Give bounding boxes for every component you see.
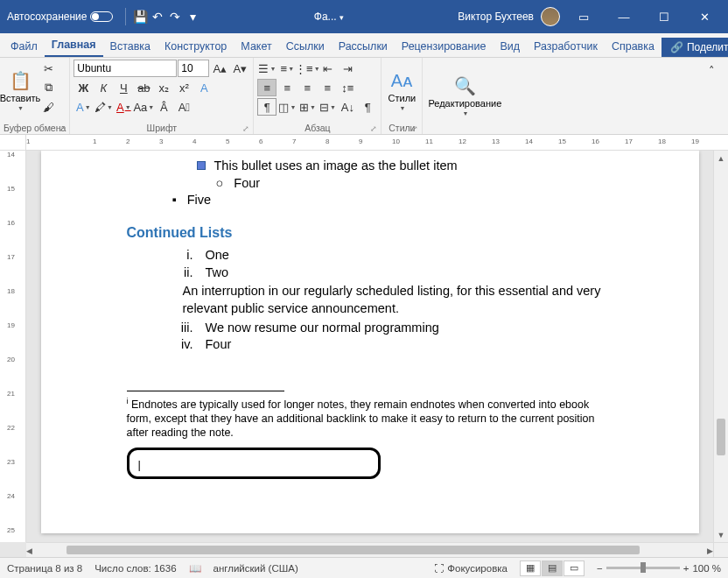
subscript-button[interactable]: x₂: [154, 79, 173, 96]
avatar[interactable]: [541, 7, 560, 26]
endnote-input[interactable]: |: [127, 448, 381, 479]
shading-icon[interactable]: ◫▼: [277, 98, 297, 116]
align-left-icon[interactable]: ≡: [257, 79, 276, 96]
launcher-icon[interactable]: ⤢: [242, 124, 249, 133]
char-scale-icon[interactable]: Â: [154, 98, 173, 116]
scroll-down-icon[interactable]: ▼: [714, 527, 728, 542]
sort-icon[interactable]: A↓: [338, 98, 357, 116]
grow-font-icon[interactable]: A▴: [210, 60, 229, 77]
tab-insert[interactable]: Вставка: [103, 36, 158, 57]
launcher-icon[interactable]: ⤢: [411, 124, 418, 133]
redo-icon[interactable]: ↷: [168, 10, 182, 24]
strike-button[interactable]: ab: [134, 79, 153, 96]
show-marks-icon[interactable]: ¶: [257, 98, 276, 116]
list-item: iii.We now resume our normal programming: [127, 320, 613, 337]
line-spacing-icon[interactable]: ↕≡: [338, 79, 357, 96]
status-page[interactable]: Страница 8 из 8: [7, 563, 82, 574]
undo-icon[interactable]: ↶: [150, 10, 164, 24]
align-right-icon[interactable]: ≡: [298, 79, 317, 96]
page[interactable]: This bullet uses an image as the bullet …: [41, 151, 699, 533]
share-button[interactable]: 🔗 Поделиться: [662, 38, 728, 57]
list-item: i.One: [127, 247, 613, 264]
tab-layout[interactable]: Макет: [234, 36, 278, 57]
scroll-right-icon[interactable]: ▶: [707, 543, 713, 558]
tab-developer[interactable]: Разработчик: [527, 36, 605, 57]
italic-button[interactable]: К: [94, 79, 113, 96]
borders-icon[interactable]: ⊞▼: [298, 98, 317, 116]
scrollbar-horizontal[interactable]: ◀ ▶: [26, 542, 713, 557]
tab-references[interactable]: Ссылки: [279, 36, 332, 57]
increase-indent-icon[interactable]: ⇥: [338, 60, 357, 77]
view-web-icon[interactable]: ▭: [564, 560, 584, 576]
justify-icon[interactable]: ≡: [318, 79, 337, 96]
paste-button[interactable]: 📋 Вставить ▼: [4, 60, 37, 122]
font-color-icon[interactable]: 🖍▼: [94, 98, 113, 116]
ribbon-display-icon[interactable]: ▭: [567, 0, 600, 33]
tab-mailings[interactable]: Рассылки: [332, 36, 395, 57]
scrollbar-vertical[interactable]: ▲ ▼: [713, 151, 728, 542]
ruler-vertical[interactable]: 141516171819202122232425: [0, 151, 26, 542]
save-icon[interactable]: 💾: [133, 10, 147, 24]
group-label: Буфер обмена⤢: [4, 122, 66, 134]
change-case-button[interactable]: Aa▼: [134, 98, 153, 116]
zoom-slider[interactable]: [606, 567, 680, 569]
text-effects-icon[interactable]: A: [194, 79, 214, 96]
scroll-left-icon[interactable]: ◀: [26, 543, 32, 558]
user-name[interactable]: Виктор Бухтеев: [458, 11, 534, 23]
status-words[interactable]: Число слов: 1636: [94, 563, 176, 574]
view-print-icon[interactable]: ▤: [542, 560, 563, 576]
bullets-icon[interactable]: ☰▼: [257, 60, 276, 77]
zoom-in-button[interactable]: +: [683, 563, 690, 574]
copy-icon[interactable]: ⧉: [38, 79, 58, 96]
cut-icon[interactable]: ✂: [38, 60, 58, 77]
status-language[interactable]: английский (США): [214, 563, 298, 574]
endnote-separator: [127, 391, 284, 391]
zoom-out-button[interactable]: −: [597, 563, 603, 574]
scroll-thumb[interactable]: [66, 546, 640, 554]
decrease-indent-icon[interactable]: ⇤: [318, 60, 337, 77]
status-focus[interactable]: ⛶ Фокусировка: [434, 563, 508, 574]
zoom-value[interactable]: 100 %: [692, 563, 721, 574]
list-item: iv.Four: [127, 336, 613, 354]
tab-home[interactable]: Главная: [45, 34, 103, 57]
multilevel-icon[interactable]: ⋮≡▼: [298, 60, 317, 77]
collapse-ribbon-icon[interactable]: ˄: [702, 61, 721, 79]
scroll-up-icon[interactable]: ▲: [714, 151, 728, 166]
launcher-icon[interactable]: ⤢: [59, 124, 66, 133]
minimize-icon[interactable]: —: [607, 0, 640, 33]
close-icon[interactable]: ✕: [688, 0, 721, 33]
autosave-toggle[interactable]: Автосохранение: [7, 11, 113, 23]
list-item: ▪ Five: [172, 192, 613, 209]
font-name-input[interactable]: [74, 60, 177, 77]
tab-file[interactable]: Файл: [4, 36, 45, 57]
maximize-icon[interactable]: ☐: [648, 0, 681, 33]
launcher-icon[interactable]: ⤢: [370, 124, 377, 133]
highlight-icon[interactable]: A▼: [74, 98, 93, 116]
align-center-icon[interactable]: ≡: [277, 79, 297, 96]
group-label: Шрифт⤢: [74, 122, 249, 134]
tab-view[interactable]: Вид: [493, 36, 527, 57]
pilcrow-icon[interactable]: ¶: [358, 98, 377, 116]
superscript-button[interactable]: x²: [174, 79, 193, 96]
format-painter-icon[interactable]: 🖌: [38, 98, 58, 116]
page-viewport[interactable]: This bullet uses an image as the bullet …: [26, 151, 713, 542]
view-read-icon[interactable]: ▦: [520, 560, 541, 576]
numbering-icon[interactable]: ≡▼: [277, 60, 297, 77]
font-size-input[interactable]: [178, 60, 209, 77]
styles-button[interactable]: Aᴀ Стили▼: [385, 60, 418, 122]
editing-button[interactable]: 🔍 Редактирование▼: [426, 60, 503, 132]
group-label: Стили⤢: [385, 122, 418, 134]
borders2-icon[interactable]: ⊟▼: [318, 98, 337, 116]
clear-format-icon[interactable]: Aͦ: [174, 98, 193, 116]
ruler-horizontal[interactable]: 112345678910111213141516171819: [0, 135, 728, 151]
tab-review[interactable]: Рецензирование: [395, 36, 494, 57]
qat-customize-icon[interactable]: ▾: [186, 10, 200, 24]
bold-button[interactable]: Ж: [74, 79, 93, 96]
underline-button[interactable]: Ч: [114, 79, 133, 96]
spellcheck-icon[interactable]: 📖: [189, 562, 201, 574]
font-color2-icon[interactable]: A▼: [114, 98, 133, 116]
shrink-font-icon[interactable]: A▾: [230, 60, 249, 77]
tab-help[interactable]: Справка: [605, 36, 662, 57]
tab-design[interactable]: Конструктор: [158, 36, 234, 57]
scroll-thumb[interactable]: [717, 419, 725, 455]
